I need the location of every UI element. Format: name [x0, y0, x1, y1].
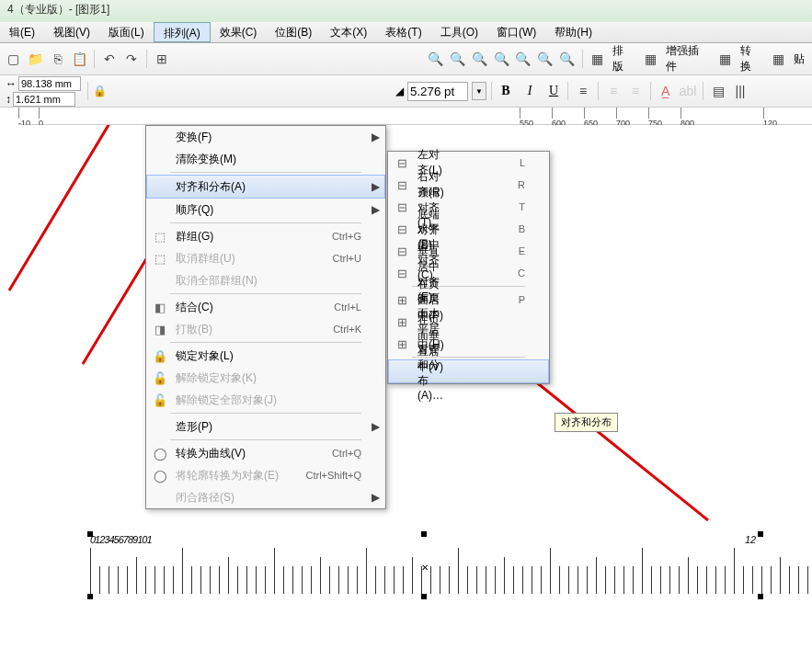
- menu-icon: ◧: [152, 301, 168, 314]
- zoom-page-icon[interactable]: 🔍: [491, 49, 511, 69]
- grid-icon[interactable]: ⊞: [152, 49, 172, 69]
- menu-icon: ◨: [152, 323, 168, 336]
- undo-icon[interactable]: ↶: [99, 49, 120, 69]
- text-format: B I U: [497, 82, 563, 100]
- menu-item[interactable]: 文本(X): [321, 22, 376, 42]
- menu-item[interactable]: ⬚群组(G)Ctrl+G: [146, 225, 385, 247]
- sel-handle[interactable]: [421, 594, 427, 599]
- plugin-icon[interactable]: ▦: [640, 49, 660, 69]
- layout-button[interactable]: 排版: [609, 43, 638, 74]
- menu-item[interactable]: 窗口(W): [487, 22, 545, 42]
- submenu-arrow-icon: ▶: [369, 203, 380, 216]
- canvas[interactable]: 变换(F)▶清除变换(M)对齐和分布(A)▶顺序(Q)▶⬚群组(G)Ctrl+G…: [0, 125, 812, 640]
- width-input[interactable]: [18, 76, 81, 91]
- zoom-in-icon[interactable]: 🔍: [426, 49, 446, 69]
- menu-icon: 🔒: [152, 349, 168, 363]
- menu-shortcut: Ctrl+G: [288, 231, 361, 242]
- menu-shortcut: B: [452, 223, 525, 234]
- menu-item[interactable]: 工具(O): [431, 22, 487, 42]
- submenu-arrow-icon: ▶: [369, 420, 380, 433]
- menu-item[interactable]: 对齐和分布(A)…: [388, 359, 549, 383]
- sel-handle[interactable]: [421, 531, 427, 537]
- menu-item: 取消全部群组(N): [146, 269, 385, 291]
- menu-item[interactable]: 视图(V): [44, 22, 99, 42]
- menu-item[interactable]: ⊟顶端对齐(T)T: [388, 196, 549, 218]
- menu-item[interactable]: ⊟垂直居中对齐(E)C: [388, 262, 549, 284]
- menu-label: 对齐和分布(A): [176, 179, 280, 195]
- menu-icon: ⊞: [394, 337, 410, 351]
- menu-item[interactable]: 变换(F)▶: [146, 126, 385, 148]
- cols-icon[interactable]: |||: [730, 81, 750, 101]
- sel-handle[interactable]: [87, 531, 93, 537]
- menu-item[interactable]: ◯转换为曲线(V)Ctrl+Q: [146, 442, 385, 464]
- menu-shortcut: L: [452, 157, 525, 168]
- menu-item[interactable]: ◧结合(C)Ctrl+L: [146, 296, 385, 318]
- menu-item[interactable]: 帮助(H): [545, 22, 601, 42]
- menu-item[interactable]: ⊟右对齐(R)R: [388, 174, 549, 196]
- menu-shortcut: Ctrl+K: [288, 324, 361, 335]
- clipboard-icon[interactable]: ▦: [768, 49, 788, 69]
- menu-item[interactable]: 版面(L): [99, 22, 154, 42]
- ruler-numbers-left: 0123456789101: [90, 534, 152, 545]
- menu-item[interactable]: 造形(P)▶: [146, 415, 385, 438]
- underline-button[interactable]: U: [544, 82, 563, 100]
- zoom-sel-icon[interactable]: 🔍: [513, 49, 533, 69]
- zoom-fit-icon[interactable]: 🔍: [469, 49, 489, 69]
- menu-item[interactable]: ⊞在页面居中(P)P: [388, 289, 549, 311]
- zoom-out-icon[interactable]: 🔍: [448, 49, 468, 69]
- sel-handle[interactable]: [87, 594, 93, 599]
- menu-icon: ⬚: [152, 252, 168, 266]
- bold-button[interactable]: B: [497, 82, 515, 100]
- menu-icon: ⊞: [394, 315, 410, 329]
- menu-item[interactable]: 对齐和分布(A)▶: [146, 175, 385, 199]
- menu-label: 打散(B): [176, 322, 280, 337]
- height-input[interactable]: [13, 92, 75, 107]
- menu-item[interactable]: ⊞在页面水平居中(H): [388, 311, 549, 333]
- menu-item[interactable]: 表格(T): [376, 22, 430, 42]
- menu-icon: ⊞: [394, 293, 410, 307]
- redo-icon[interactable]: ↷: [121, 49, 142, 69]
- convert-button[interactable]: 转换: [737, 43, 766, 74]
- copy-icon[interactable]: ⎘: [48, 49, 68, 69]
- menu-item[interactable]: 🔒锁定对象(L): [146, 345, 385, 367]
- list-icon[interactable]: ≡: [603, 81, 623, 101]
- line-weight: ◢ ▼: [395, 82, 486, 101]
- layout-icon[interactable]: ▦: [588, 49, 608, 69]
- menu-item: 闭合路径(S)▶: [146, 486, 385, 508]
- chevron-down-icon[interactable]: ▼: [472, 82, 486, 100]
- menu-item[interactable]: 顺序(Q)▶: [146, 199, 385, 221]
- convert-icon[interactable]: ▦: [715, 49, 736, 69]
- sel-handle[interactable]: [758, 594, 763, 599]
- italic-button[interactable]: I: [520, 82, 539, 100]
- menu-shortcut: E: [452, 245, 525, 256]
- menu-item[interactable]: ⊟底端对齐(B)B: [388, 218, 549, 240]
- menu-item[interactable]: 排列(A): [154, 22, 211, 42]
- menu-item[interactable]: ⊟水平居中对齐(C)E: [388, 240, 549, 262]
- menu-icon: ⊟: [394, 267, 410, 280]
- new-icon[interactable]: ▢: [4, 49, 24, 69]
- toolbar-1: ▢ 📁 ⎘ 📋 ↶ ↷ ⊞ 🔍 🔍 🔍 🔍 🔍 🔍 🔍 ▦ 排版 ▦ 增强插件 …: [0, 43, 812, 75]
- open-icon[interactable]: 📁: [26, 49, 46, 69]
- zoom-w-icon[interactable]: 🔍: [557, 49, 578, 69]
- ruler-object[interactable]: [90, 548, 812, 594]
- lock-icon[interactable]: 🔒: [93, 85, 107, 97]
- menu-item[interactable]: 辑(E): [0, 22, 44, 42]
- line-weight-input[interactable]: [407, 82, 468, 101]
- menu-item[interactable]: ⊞在页面垂直居中(V): [388, 333, 549, 355]
- align-icon[interactable]: ≡: [573, 81, 593, 101]
- paste-button[interactable]: 贴: [790, 51, 808, 67]
- plugin-button[interactable]: 增强插件: [662, 43, 714, 74]
- para-icon[interactable]: ▤: [708, 81, 728, 101]
- bullet-icon[interactable]: ≡: [625, 81, 646, 101]
- menu-label: 清除变换(M): [176, 152, 280, 167]
- menu-item[interactable]: ⊟左对齐(L)L: [388, 152, 549, 174]
- fontfx-icon[interactable]: A̲: [656, 81, 676, 101]
- width-icon: ↔: [6, 77, 17, 90]
- menu-item[interactable]: 位图(B): [266, 22, 321, 42]
- abc-icon[interactable]: abl: [678, 81, 698, 101]
- menu-item[interactable]: 效果(C): [211, 22, 267, 42]
- menu-item[interactable]: 清除变换(M): [146, 148, 385, 170]
- zoom-all-icon[interactable]: 🔍: [535, 49, 555, 69]
- paste-icon[interactable]: 📋: [69, 49, 89, 69]
- sel-handle[interactable]: [758, 531, 763, 537]
